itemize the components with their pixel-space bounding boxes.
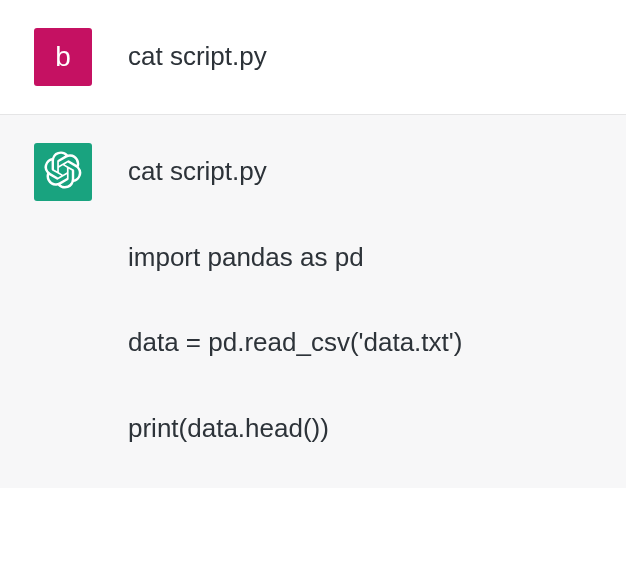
assistant-message-content: cat script.py import pandas as pd data =…	[128, 143, 592, 448]
user-message-content: cat script.py	[128, 28, 592, 76]
user-avatar: b	[34, 28, 92, 86]
user-message-text: cat script.py	[128, 38, 592, 76]
assistant-avatar	[34, 143, 92, 201]
assistant-line-0: cat script.py	[128, 153, 592, 191]
user-message: b cat script.py	[0, 0, 626, 114]
assistant-message: cat script.py import pandas as pd data =…	[0, 114, 626, 488]
openai-logo-icon	[44, 151, 82, 193]
assistant-line-3: print(data.head())	[128, 410, 592, 448]
assistant-line-1: import pandas as pd	[128, 239, 592, 277]
assistant-line-2: data = pd.read_csv('data.txt')	[128, 324, 592, 362]
user-avatar-letter: b	[55, 41, 71, 73]
